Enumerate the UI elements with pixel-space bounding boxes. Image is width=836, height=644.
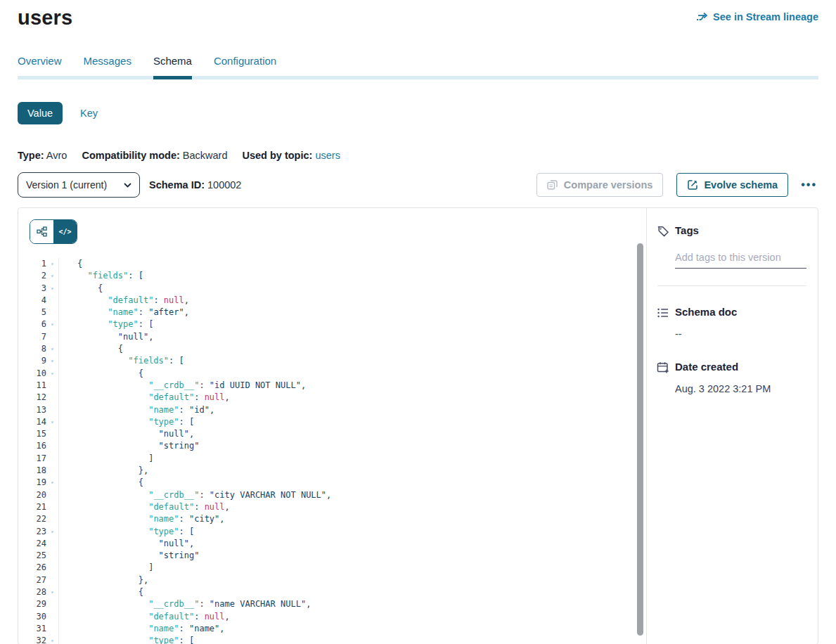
line-number: 15 [18, 428, 46, 440]
code-text: }, [58, 574, 636, 586]
tab-bar: Overview Messages Schema Configuration [18, 55, 818, 79]
tab-configuration[interactable]: Configuration [214, 55, 276, 79]
tab-overview[interactable]: Overview [18, 55, 62, 79]
fold-toggle-icon[interactable]: ▾ [46, 343, 58, 355]
key-button[interactable]: Key [80, 108, 98, 119]
fold-spacer [46, 331, 58, 343]
code-text: ] [58, 562, 636, 574]
line-number: 12 [18, 392, 46, 404]
date-created-section: Date created Aug. 3 2022 3:21 PM [647, 361, 818, 394]
line-number: 26 [18, 562, 46, 574]
fold-spacer [46, 513, 58, 525]
value-button[interactable]: Value [18, 102, 63, 124]
code-text: { [58, 586, 636, 598]
line-number: 21 [18, 501, 46, 513]
code-text: "__crdb__": "city VARCHAR NOT NULL", [58, 489, 636, 501]
code-text: "name": "name", [58, 623, 636, 635]
schema-view-toggle: </> [30, 219, 77, 244]
add-tags-input[interactable] [675, 250, 806, 269]
code-line: 5 "name": "after", [18, 307, 636, 318]
version-select[interactable]: Version 1 (current) [18, 172, 140, 198]
line-number: 2 [18, 270, 46, 282]
code-line: 23▾ "type": [ [18, 526, 636, 538]
fold-toggle-icon[interactable]: ▾ [46, 416, 58, 428]
schema-id-field: Schema ID: 100002 [149, 179, 241, 191]
calendar-add-icon [657, 361, 669, 377]
fold-toggle-icon[interactable]: ▾ [46, 477, 58, 489]
fold-spacer [46, 550, 58, 562]
tree-view-icon [37, 226, 47, 237]
fold-spacer [46, 453, 58, 465]
code-text: "type": [ [58, 318, 636, 330]
evolve-schema-button[interactable]: Evolve schema [676, 173, 788, 197]
topic-link[interactable]: users [315, 150, 340, 161]
compare-versions-button[interactable]: Compare versions [536, 173, 664, 197]
fold-toggle-icon[interactable]: ▾ [46, 368, 58, 380]
schema-sidebar: Tags Schema doc -- [646, 208, 818, 644]
scrollbar-thumb[interactable] [637, 243, 643, 636]
code-line: 12 "default": null, [18, 392, 636, 404]
stream-lineage-icon [696, 12, 708, 22]
code-text: "null", [58, 428, 636, 440]
line-number: 9 [18, 355, 46, 367]
fold-spacer [46, 538, 58, 550]
code-line: 25 "string" [18, 550, 636, 562]
tab-messages[interactable]: Messages [84, 55, 131, 79]
line-number: 17 [18, 453, 46, 465]
fold-toggle-icon[interactable]: ▾ [46, 635, 58, 644]
tree-view-button[interactable] [30, 220, 53, 243]
fold-toggle-icon[interactable]: ▾ [46, 283, 58, 295]
code-text: "__crdb__": "id UUID NOT NULL", [58, 380, 636, 392]
code-line: 9▾ "fields": [ [18, 355, 636, 367]
fold-spacer [46, 574, 58, 586]
line-number: 4 [18, 295, 46, 307]
code-line: 20 "__crdb__": "city VARCHAR NOT NULL", [18, 489, 636, 501]
fold-toggle-icon[interactable]: ▾ [46, 586, 58, 598]
fold-toggle-icon[interactable]: ▾ [46, 526, 58, 538]
line-number: 5 [18, 307, 46, 318]
code-line: 30 "default": null, [18, 611, 636, 623]
stream-lineage-link[interactable]: See in Stream lineage [696, 11, 818, 22]
code-line: 18 }, [18, 465, 636, 477]
line-number: 29 [18, 598, 46, 610]
code-text: { [58, 258, 636, 270]
tab-schema[interactable]: Schema [153, 55, 192, 79]
code-line: 21 "default": null, [18, 501, 636, 513]
code-view-button[interactable]: </> [53, 220, 77, 243]
tab-underline-track [18, 76, 818, 79]
code-text: { [58, 283, 636, 295]
fold-spacer [46, 465, 58, 477]
code-line: 15 "null", [18, 428, 636, 440]
code-line: 2▾ "fields": [ [18, 270, 636, 282]
fold-toggle-icon[interactable]: ▾ [46, 258, 58, 270]
fold-toggle-icon[interactable]: ▾ [46, 270, 58, 282]
line-number: 13 [18, 404, 46, 416]
compatibility-value: Backward [183, 150, 228, 161]
code-line: 32▾ "type": [ [18, 635, 636, 644]
schema-json-editor[interactable]: 1▾{2▾ "fields": [3▾ {4 "default": null,5… [18, 258, 636, 644]
used-by-topic-field: Used by topic: users [242, 150, 340, 161]
fold-toggle-icon[interactable]: ▾ [46, 318, 58, 330]
code-text: { [58, 368, 636, 380]
used-by-topic-label: Used by topic: [242, 150, 312, 161]
code-text: "type": [ [58, 526, 636, 538]
code-view-icon: </> [58, 228, 71, 236]
code-line: 13 "name": "id", [18, 404, 636, 416]
version-select-wrap: Version 1 (current) [18, 172, 140, 198]
code-line: 6▾ "type": [ [18, 318, 636, 330]
fold-spacer [46, 501, 58, 513]
line-number: 14 [18, 416, 46, 428]
line-number: 16 [18, 440, 46, 452]
more-options-button[interactable]: ••• [799, 176, 818, 193]
code-line: 19▾ { [18, 477, 636, 489]
code-text: "string" [58, 440, 636, 452]
fold-toggle-icon[interactable]: ▾ [46, 355, 58, 367]
line-number: 23 [18, 526, 46, 538]
line-number: 24 [18, 538, 46, 550]
code-text: { [58, 343, 636, 355]
line-number: 30 [18, 611, 46, 623]
tags-title: Tags [675, 224, 806, 236]
type-value: Avro [46, 150, 67, 161]
code-text: "type": [ [58, 635, 636, 644]
fold-spacer [46, 380, 58, 392]
